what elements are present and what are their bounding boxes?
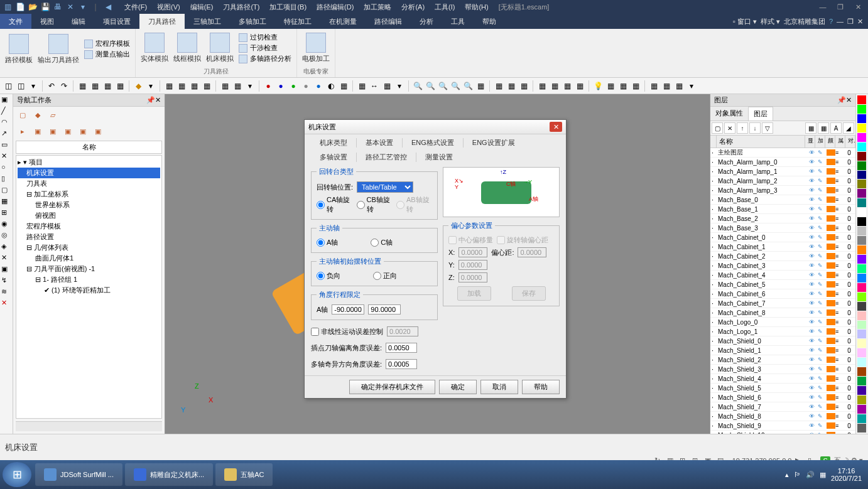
- color-swatch[interactable]: [857, 367, 866, 376]
- qat-undo-icon[interactable]: ◀: [103, 2, 113, 12]
- color-swatch[interactable]: [857, 236, 866, 245]
- tree-item[interactable]: ✔ (1) 环绕等距精加工: [18, 285, 160, 296]
- tree-item[interactable]: 俯视图: [18, 210, 160, 221]
- menu-item[interactable]: 加工项目(B): [264, 3, 312, 12]
- bulb-icon[interactable]: 💡: [592, 80, 604, 92]
- tool-icon[interactable]: ▦: [506, 80, 517, 92]
- tool-icon[interactable]: ◫: [3, 80, 14, 92]
- color-swatch[interactable]: [857, 171, 866, 180]
- ribbon-tab[interactable]: 编辑: [63, 14, 94, 29]
- ribbon-tab[interactable]: 在机测量: [320, 14, 366, 29]
- range-min-input[interactable]: [332, 304, 364, 314]
- color-swatch[interactable]: [857, 321, 866, 330]
- neg-radio[interactable]: 负向: [317, 271, 340, 281]
- tray-icon[interactable]: 🔊: [806, 471, 815, 479]
- menu-item[interactable]: 文件(F): [119, 3, 152, 12]
- c-axis-radio[interactable]: C轴: [371, 238, 393, 247]
- close-icon[interactable]: ✕: [1, 299, 11, 309]
- overcut-check-button[interactable]: 过切检查: [239, 33, 291, 42]
- qat-save-icon[interactable]: 💾: [40, 2, 50, 12]
- tree-item[interactable]: ⊟ 1- 路径组 1: [18, 274, 160, 285]
- nav-btn[interactable]: ▸: [17, 126, 28, 137]
- color-swatch[interactable]: [857, 180, 866, 188]
- machine-sim-button[interactable]: 机床模拟: [206, 33, 234, 63]
- nonlinear-check[interactable]: 非线性运动误差控制: [311, 327, 383, 336]
- tool-icon[interactable]: ▦: [381, 80, 393, 92]
- layer-row[interactable]: ·Mach_Base_0👁✎≡0: [710, 195, 855, 205]
- tool-icon[interactable]: ▦: [648, 80, 659, 92]
- color-swatch[interactable]: [857, 339, 866, 348]
- tree-item[interactable]: ⊟ 几何体列表: [18, 242, 160, 253]
- close-icon[interactable]: ✕: [155, 96, 161, 104]
- layer-row[interactable]: ·Mach_Alarm_lamp_1👁✎≡0: [710, 167, 855, 176]
- tool-icon[interactable]: ▣: [1, 265, 11, 275]
- layer-row[interactable]: ·Mach_Shield_7👁✎≡0: [710, 402, 855, 412]
- tool-icon[interactable]: ▦: [188, 80, 200, 92]
- menu-item[interactable]: 帮助(H): [460, 3, 493, 12]
- layer-row[interactable]: ·Mach_Shield_8👁✎≡0: [710, 412, 855, 421]
- color-swatch[interactable]: [857, 283, 866, 292]
- line-icon[interactable]: ╱: [1, 107, 11, 117]
- tree-item[interactable]: ▸ ▾ 项目: [18, 157, 160, 168]
- tray-icon[interactable]: ▦: [820, 471, 826, 479]
- tool-icon[interactable]: ▦: [77, 80, 88, 92]
- tab-object-props[interactable]: 对象属性: [710, 107, 748, 121]
- cb-radio[interactable]: CB轴旋转: [357, 195, 393, 214]
- cancel-button[interactable]: 取消: [480, 380, 518, 394]
- zoom-icon[interactable]: 🔍: [412, 80, 423, 92]
- nav-btn[interactable]: ▣: [77, 126, 89, 137]
- tool-icon[interactable]: ▦: [356, 80, 367, 92]
- tool-icon[interactable]: ◆: [133, 80, 144, 92]
- tool-icon[interactable]: ◉: [1, 220, 11, 230]
- save-file-button[interactable]: 确定并保存机床文件: [349, 380, 435, 394]
- zoom-icon[interactable]: 🔍: [425, 80, 436, 92]
- tray-icon[interactable]: ▴: [785, 471, 789, 479]
- ribbon-tab[interactable]: 刀具路径: [139, 14, 185, 29]
- layer-row[interactable]: ·Mach_Cabinet_7👁✎≡0: [710, 299, 855, 308]
- ribbon-tab[interactable]: 帮助: [474, 14, 505, 29]
- color-swatch[interactable]: [857, 311, 866, 320]
- color-swatch[interactable]: [857, 414, 866, 423]
- pin-icon[interactable]: 📌: [146, 96, 155, 104]
- color-swatch[interactable]: [857, 198, 866, 207]
- color-swatch[interactable]: [857, 161, 866, 170]
- singular-angle-input[interactable]: [386, 359, 417, 369]
- tool-icon[interactable]: ●: [313, 80, 324, 92]
- ribbon-tab[interactable]: 工具: [442, 14, 474, 29]
- wire-sim-button[interactable]: 线框模拟: [173, 33, 201, 63]
- color-swatch[interactable]: [857, 114, 866, 123]
- layer-tool-icon[interactable]: ▦: [805, 122, 816, 134]
- measure-output-button[interactable]: 测量点输出: [84, 50, 130, 59]
- layer-row[interactable]: ·Mach_Base_3👁✎≡0: [710, 223, 855, 233]
- taskbar-item[interactable]: 五轴AC: [215, 463, 273, 486]
- ribbon-tab[interactable]: 分析: [411, 14, 442, 29]
- qat-icon[interactable]: ▥: [3, 2, 13, 12]
- layer-row[interactable]: ·Mach_Cabinet_5👁✎≡0: [710, 280, 855, 289]
- nav-btn[interactable]: ▣: [32, 126, 43, 137]
- layer-row[interactable]: ·Mach_Cabinet_8👁✎≡0: [710, 308, 855, 318]
- layer-row[interactable]: ·Mach_Shield_3👁✎≡0: [710, 365, 855, 374]
- tool-icon[interactable]: ▾: [394, 80, 405, 92]
- ribbon-tab[interactable]: 三轴加工: [185, 14, 230, 29]
- tool-icon[interactable]: ○: [1, 163, 11, 173]
- dialog-tab[interactable]: 机床类型: [311, 137, 356, 149]
- tray-icon[interactable]: 🏳: [794, 471, 801, 478]
- output-toolpath-button[interactable]: 输出刀具路径: [38, 34, 79, 65]
- qat-open-icon[interactable]: 📂: [28, 2, 38, 12]
- tree-item[interactable]: 机床设置: [18, 168, 160, 178]
- tool-icon[interactable]: ●: [263, 80, 274, 92]
- path-template-button[interactable]: 路径模板: [5, 34, 33, 65]
- ribbon-tab[interactable]: 文件: [0, 14, 31, 29]
- menu-item[interactable]: 工具(I): [430, 3, 460, 12]
- ribbon-tab[interactable]: 视图: [31, 14, 63, 29]
- ribbon-tab[interactable]: 路径编辑: [366, 14, 411, 29]
- layer-row[interactable]: ·Mach_Cabinet_0👁✎≡0: [710, 233, 855, 242]
- tool-icon[interactable]: ●: [288, 80, 299, 92]
- zoom-icon[interactable]: ▦: [475, 80, 486, 92]
- tree-item[interactable]: 路径设置: [18, 232, 160, 242]
- tool-icon[interactable]: ◫: [15, 80, 26, 92]
- tool-icon[interactable]: ▦: [201, 80, 212, 92]
- help-button[interactable]: 帮助: [522, 380, 560, 394]
- tree-item[interactable]: 刀具表: [18, 178, 160, 189]
- interfere-check-button[interactable]: 干涉检查: [239, 43, 291, 53]
